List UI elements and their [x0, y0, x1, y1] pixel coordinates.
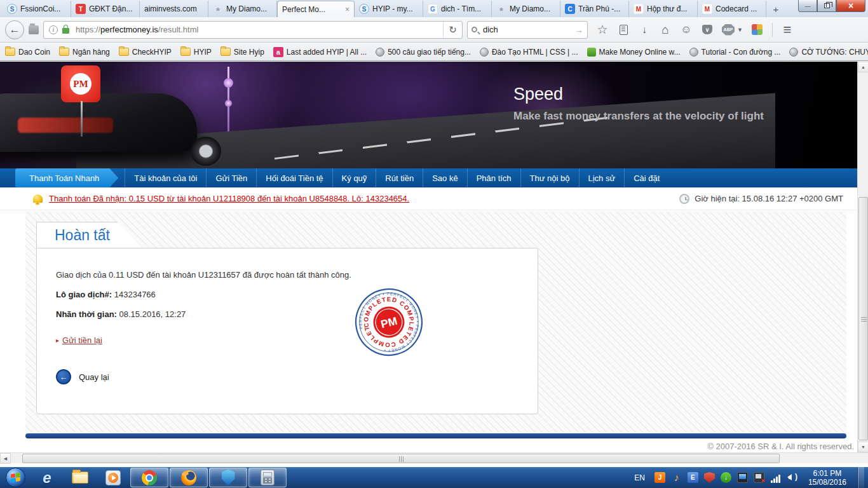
- browser-tab[interactable]: FssionCoi...: [3, 1, 71, 17]
- info-icon[interactable]: [49, 25, 58, 34]
- vertical-scroll-thumb[interactable]: [858, 197, 868, 440]
- adblock-plus-icon[interactable]: [722, 24, 735, 36]
- search-go-icon[interactable]: [574, 25, 583, 35]
- browser-tab[interactable]: aiminvests.com: [140, 1, 208, 17]
- bookmark-folder[interactable]: Dao Coin: [5, 48, 50, 57]
- menu-item-thanh-toan-nhanh[interactable]: Thanh Toán Nhanh: [15, 168, 118, 187]
- scroll-left-button[interactable]: ◀: [0, 453, 11, 464]
- scroll-down-button[interactable]: ▼: [858, 442, 868, 452]
- media-player-icon: [105, 470, 121, 485]
- reading-list-icon[interactable]: [620, 25, 628, 35]
- volume-icon[interactable]: [787, 472, 797, 483]
- restore-icon: [824, 3, 830, 8]
- close-button[interactable]: [836, 0, 865, 12]
- back-row[interactable]: Quay lại: [56, 369, 519, 384]
- ssl-lock-icon[interactable]: [62, 28, 69, 34]
- flower-favicon-icon: [496, 4, 506, 14]
- browser-tab[interactable]: My Diamo...: [492, 1, 560, 17]
- main-menu: Thanh Toán Nhanh Tài khoản của tôi Gửi T…: [0, 168, 857, 187]
- menu-item-sao-ke[interactable]: Sao kê: [423, 168, 466, 187]
- horizontal-scroll-thumb[interactable]: [22, 454, 780, 463]
- restore-button[interactable]: [817, 0, 836, 12]
- taskbar-explorer-button[interactable]: [64, 467, 97, 488]
- minimize-button[interactable]: [798, 0, 817, 12]
- taskbar-shield-app-button[interactable]: [209, 468, 247, 487]
- back-arrow-icon[interactable]: [56, 369, 71, 384]
- signal-bars-icon[interactable]: [770, 472, 781, 483]
- calculator-icon: [261, 470, 275, 485]
- music-tray-icon[interactable]: [671, 472, 682, 483]
- taskbar-firefox-button[interactable]: [170, 468, 208, 487]
- menu-item-thu-noi-bo[interactable]: Thư nội bộ: [520, 168, 579, 187]
- smiley-extension-icon[interactable]: [680, 24, 693, 36]
- vertical-scrollbar[interactable]: ▲ ▼: [857, 62, 868, 452]
- bookmark-link[interactable]: Last added HYIP | All ...: [273, 47, 367, 57]
- show-desktop-button[interactable]: [857, 467, 864, 488]
- bookmark-link[interactable]: CỜ TƯỚNG: CHUYÊN ...: [789, 48, 868, 57]
- bookmark-star-icon[interactable]: [596, 24, 609, 36]
- payment-received-link[interactable]: Thanh toán Đã nhận: 0.15 USD từ tài khoả…: [49, 194, 409, 203]
- display-tray-icon[interactable]: [737, 472, 748, 483]
- back-button[interactable]: [5, 20, 24, 39]
- bookmark-link[interactable]: Đào Tạo HTML | CSS | ...: [480, 48, 578, 57]
- windows-taskbar: EN 6:01 PM 15/08/2016: [0, 467, 868, 488]
- site-banner: PM Speed Make fast money transfers at th…: [0, 62, 857, 168]
- taskbar-calculator-button[interactable]: [248, 468, 287, 487]
- search-input[interactable]: [482, 24, 574, 35]
- resend-money-link[interactable]: Gửi tiền lại: [62, 336, 102, 345]
- taskbar-wmp-button[interactable]: [97, 467, 130, 488]
- adblock-caret-icon[interactable]: [737, 27, 743, 33]
- bullet-arrow-icon: [56, 337, 59, 344]
- menu-item-lich-su[interactable]: Lịch sử: [579, 168, 625, 187]
- bookmark-link[interactable]: 500 câu giao tiếp tiếng...: [376, 48, 471, 57]
- url-text[interactable]: https://perfectmoney.is/result.html: [76, 25, 443, 34]
- windows-logo-icon: [6, 468, 25, 487]
- menu-hamburger-icon[interactable]: [781, 24, 794, 36]
- antivirus-shield-tray-icon[interactable]: [704, 472, 715, 483]
- horizontal-scrollbar[interactable]: ◀: [0, 452, 868, 463]
- search-box[interactable]: [467, 21, 588, 39]
- language-indicator[interactable]: EN: [634, 473, 645, 482]
- menu-item-hoi-doai[interactable]: Hối đoái Tiền tệ: [256, 168, 332, 187]
- taskbar-ie-button[interactable]: [31, 467, 64, 488]
- browser-tab[interactable]: My Diamo...: [208, 1, 277, 17]
- reload-button[interactable]: [443, 22, 462, 38]
- menu-item-phan-tich[interactable]: Phân tích: [467, 168, 520, 187]
- menu-item-cai-dat[interactable]: Cài đặt: [624, 168, 668, 187]
- taskbar-clock[interactable]: 6:01 PM 15/08/2016: [808, 469, 846, 487]
- page-actions-icon[interactable]: [29, 25, 39, 34]
- pocket-icon[interactable]: [702, 25, 712, 34]
- network-disconnected-icon[interactable]: [754, 472, 764, 483]
- browser-tab[interactable]: dich - Tìm...: [423, 1, 492, 17]
- browser-tab-active[interactable]: Perfect Mo...: [277, 1, 355, 17]
- java-tray-icon[interactable]: [654, 472, 665, 483]
- bookmark-link[interactable]: Make Money Online w...: [587, 48, 681, 57]
- bookmark-folder[interactable]: HYIP: [180, 48, 212, 57]
- pm-logo-icon: PM: [70, 73, 92, 95]
- menu-item-rut-tien[interactable]: Rút tiền: [376, 168, 423, 187]
- back-link-label[interactable]: Quay lại: [79, 372, 109, 382]
- taskbar-chrome-button[interactable]: [130, 468, 168, 487]
- browser-tab[interactable]: GĐKT Đặn...: [71, 1, 140, 17]
- bookmark-folder[interactable]: CheckHYIP: [119, 48, 172, 57]
- downloads-icon[interactable]: [638, 24, 651, 36]
- tab-close-icon[interactable]: [345, 5, 349, 14]
- address-bar[interactable]: https://perfectmoney.is/result.html: [43, 21, 463, 39]
- idm-tray-icon[interactable]: [721, 472, 731, 483]
- menu-item-gui-tien[interactable]: Gửi Tiền: [206, 168, 256, 187]
- menu-item-tai-khoan[interactable]: Tài khoản của tôi: [125, 168, 206, 187]
- browser-tab[interactable]: Hộp thư đ...: [629, 1, 698, 17]
- e-app-tray-icon[interactable]: [688, 472, 698, 483]
- browser-tab[interactable]: Trần Phú -...: [560, 1, 629, 17]
- menu-item-ky-quy[interactable]: Ký quỹ: [332, 168, 376, 187]
- bookmark-link[interactable]: Tutorial - Con đường ...: [689, 48, 781, 57]
- bookmark-folder[interactable]: Ngân hàng: [59, 48, 110, 57]
- browser-tab[interactable]: HYIP - my...: [355, 1, 423, 17]
- bookmark-folder[interactable]: Site Hyip: [220, 48, 264, 57]
- home-icon[interactable]: [659, 24, 672, 36]
- start-button[interactable]: [3, 468, 28, 487]
- speed-dial-extension-icon[interactable]: [752, 24, 763, 35]
- new-tab-button[interactable]: +: [768, 2, 784, 16]
- scroll-up-button[interactable]: ▲: [858, 62, 868, 72]
- browser-tab[interactable]: Codecard ...: [698, 1, 766, 17]
